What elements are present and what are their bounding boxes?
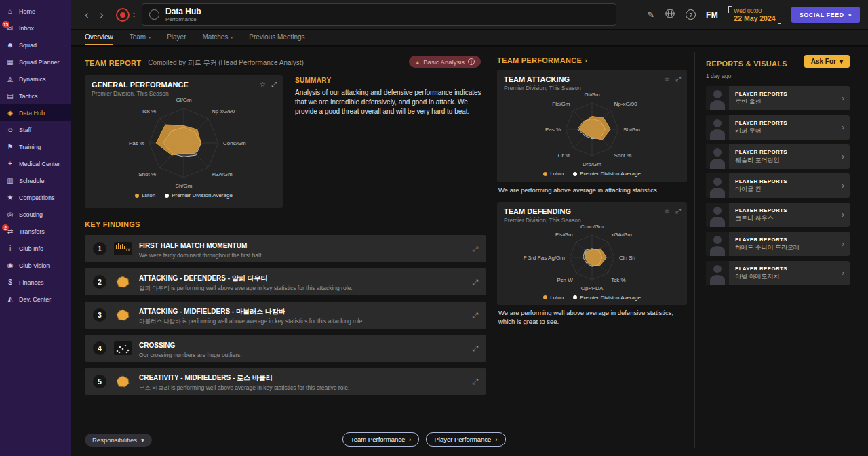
ask-for-button[interactable]: Ask For ▾ bbox=[804, 55, 850, 68]
svg-text:Np-xG/90: Np-xG/90 bbox=[614, 101, 638, 107]
player-report-item[interactable]: PLAYER REPORTS웨슬리 포더링엄› bbox=[706, 144, 850, 169]
player-name: 마이클 킨 bbox=[735, 185, 787, 194]
page-title-box[interactable]: Data Hub Performance bbox=[142, 3, 616, 26]
expand-icon[interactable]: ⤢ bbox=[675, 75, 681, 83]
sidebar-item-dev-center[interactable]: ◭Dev. Center bbox=[0, 291, 71, 308]
team-performance-button[interactable]: Team Performance › bbox=[342, 432, 419, 447]
team-attacking-radar: Gl/GmNp-xG/90Sh/GmShot %Drb/GmCr %Pas %F… bbox=[504, 91, 680, 170]
sidebar-item-home[interactable]: ⌂Home bbox=[0, 3, 71, 20]
tab-team[interactable]: Team▾ bbox=[130, 30, 151, 45]
sidebar-item-tactics[interactable]: ▤Tactics bbox=[0, 87, 71, 104]
continue-button[interactable] bbox=[116, 8, 130, 22]
sidebar-item-scouting[interactable]: ◎Scouting bbox=[0, 206, 71, 223]
player-avatar bbox=[706, 232, 729, 256]
analysis-level-badge[interactable]: ▲ Basic Analysis i bbox=[409, 56, 481, 68]
responsibilities-button[interactable]: Responsibilities ▾ bbox=[85, 434, 152, 447]
expand-icon[interactable]: ⤢ bbox=[675, 207, 681, 215]
tab-overview[interactable]: Overview bbox=[85, 30, 113, 45]
expand-icon[interactable]: ⤢ bbox=[472, 245, 478, 253]
caret-down-icon: ▾ bbox=[141, 436, 144, 444]
sidebar-item-club-info[interactable]: iClub Info bbox=[0, 240, 71, 257]
sidebar-item-label: Medical Center bbox=[19, 161, 60, 167]
reports-timestamp: 1 day ago bbox=[706, 72, 850, 79]
player-report-item[interactable]: PLAYER REPORTS아넬 아메도지치› bbox=[706, 261, 850, 285]
sidebar-item-inbox[interactable]: 15✉Inbox bbox=[0, 20, 71, 37]
tab-previous-meetings[interactable]: Previous Meetings bbox=[249, 30, 304, 45]
sidebar-item-training[interactable]: ⚑Training bbox=[0, 138, 71, 155]
chevron-right-icon: › bbox=[842, 123, 844, 132]
sidebar-item-club-vision[interactable]: ◉Club Vision bbox=[0, 257, 71, 274]
back-button[interactable]: ‹ bbox=[79, 9, 94, 21]
svg-text:Gl/Gm: Gl/Gm bbox=[176, 97, 191, 103]
player-report-item[interactable]: PLAYER REPORTS키퍼 무어› bbox=[706, 115, 850, 140]
expand-icon[interactable]: ⤢ bbox=[472, 377, 478, 386]
player-avatar bbox=[706, 144, 729, 169]
sidebar-item-competitions[interactable]: ★Competitions bbox=[0, 189, 71, 206]
player-report-item[interactable]: PLAYER REPORTS마이클 킨› bbox=[706, 173, 850, 198]
finding-number: 2 bbox=[93, 275, 106, 289]
player-report-item[interactable]: PLAYER REPORTS하메드 주니어 트라오레› bbox=[706, 232, 850, 256]
sidebar-item-staff[interactable]: ☺Staff bbox=[0, 121, 71, 138]
inbox-badge: 15 bbox=[2, 21, 9, 28]
tab-matches[interactable]: Matches▾ bbox=[203, 30, 233, 45]
sidebar-item-schedule[interactable]: ▥Schedule bbox=[0, 172, 71, 189]
sidebar-item-label: Staff bbox=[19, 127, 31, 133]
favorite-star-icon[interactable]: ☆ bbox=[664, 207, 670, 215]
social-feed-button[interactable]: SOCIAL FEED » bbox=[791, 7, 860, 23]
forward-button[interactable]: › bbox=[94, 9, 109, 21]
player-avatar bbox=[706, 203, 729, 227]
sidebar-item-squad-planner[interactable]: ▦Squad Planner bbox=[0, 54, 71, 70]
tab-player[interactable]: Player bbox=[167, 30, 186, 45]
sidebar-item-squad[interactable]: ☻Squad bbox=[0, 37, 71, 54]
key-finding-row[interactable]: 5 CREATIVITY - MIDFIELDERS - 로스 바클리로스 바클… bbox=[85, 368, 486, 395]
player-performance-button[interactable]: Player Performance › bbox=[426, 432, 505, 447]
momentum-icon bbox=[114, 242, 132, 255]
key-finding-row[interactable]: 4 CROSSINGOur crossing numbers are huge … bbox=[85, 335, 486, 362]
team-report-title: TEAM REPORT bbox=[85, 59, 141, 67]
sidebar-item-label: Finances bbox=[19, 279, 44, 286]
help-icon[interactable]: ? bbox=[686, 9, 696, 20]
key-finding-row[interactable]: 3 ATTACKING - MIDFIELDERS - 마블러스 나캄바마블러스… bbox=[85, 302, 486, 329]
report-type-label: PLAYER REPORTS bbox=[735, 236, 800, 243]
expand-icon[interactable]: ⤢ bbox=[472, 344, 478, 353]
avg-legend-label: Premier Division Average bbox=[580, 171, 641, 177]
section-ring-icon bbox=[149, 9, 159, 20]
sidebar-item-dynamics[interactable]: ◬Dynamics bbox=[0, 70, 71, 87]
expand-icon[interactable]: ⤢ bbox=[271, 81, 277, 89]
team-performance-link[interactable]: TEAM PERFORMANCE › bbox=[497, 56, 687, 64]
team-legend-label: Luton bbox=[142, 192, 155, 199]
continue-stepper[interactable]: ▴ ▾ bbox=[133, 12, 135, 18]
sidebar-item-data-hub[interactable]: ◈Data Hub bbox=[0, 104, 71, 121]
globe-icon[interactable] bbox=[665, 8, 675, 22]
player-report-item[interactable]: PLAYER REPORTS로빈 올센› bbox=[706, 86, 850, 110]
sidebar-item-finances[interactable]: $Finances bbox=[0, 274, 71, 291]
sidebar-item-label: Squad Planner bbox=[19, 59, 60, 66]
footer-nav-buttons: Team Performance › Player Performance › bbox=[342, 432, 506, 447]
expand-icon[interactable]: ⤢ bbox=[472, 278, 478, 287]
ask-for-label: Ask For bbox=[811, 58, 836, 65]
radar-polygon-icon bbox=[114, 275, 132, 289]
avg-legend-dot bbox=[165, 194, 169, 198]
favorite-star-icon[interactable]: ☆ bbox=[260, 81, 266, 89]
svg-text:Np-xG/90: Np-xG/90 bbox=[212, 108, 235, 115]
tab-label: Overview bbox=[85, 33, 113, 41]
sidebar-item-transfers[interactable]: 2⇄Transfers bbox=[0, 223, 71, 240]
finding-number: 5 bbox=[93, 375, 106, 388]
key-finding-row[interactable]: 1 FIRST HALF MATCH MOMENTUMWe were fairl… bbox=[85, 235, 486, 262]
edit-icon[interactable]: ✎ bbox=[647, 9, 654, 20]
sidebar-item-label: Home bbox=[19, 8, 35, 15]
expand-icon[interactable]: ⤢ bbox=[472, 311, 478, 320]
sidebar-item-label: Transfers bbox=[19, 228, 45, 235]
sidebar-item-label: Club Info bbox=[19, 245, 43, 252]
main-content: TEAM REPORT Compiled by 피트 무커 (Head Perf… bbox=[71, 47, 868, 456]
finding-number: 1 bbox=[93, 242, 106, 255]
sidebar-item-medical-center[interactable]: +Medical Center bbox=[0, 155, 71, 172]
tab-bar: Overview Team▾ Player Matches▾ Previous … bbox=[71, 30, 868, 46]
team-performance-button-label: Team Performance bbox=[351, 436, 405, 443]
compiled-by-text: Compiled by 피트 무커 (Head Performance Anal… bbox=[148, 58, 304, 68]
key-finding-row[interactable]: 2 ATTACKING - DEFENDERS - 알피 다우티알피 다우티 i… bbox=[85, 268, 486, 295]
favorite-star-icon[interactable]: ☆ bbox=[664, 75, 670, 83]
staff-icon: ☺ bbox=[6, 126, 14, 133]
player-report-item[interactable]: PLAYER REPORTS코트니 하우스› bbox=[706, 203, 850, 227]
game-time: Wed 00:00 bbox=[734, 7, 775, 14]
